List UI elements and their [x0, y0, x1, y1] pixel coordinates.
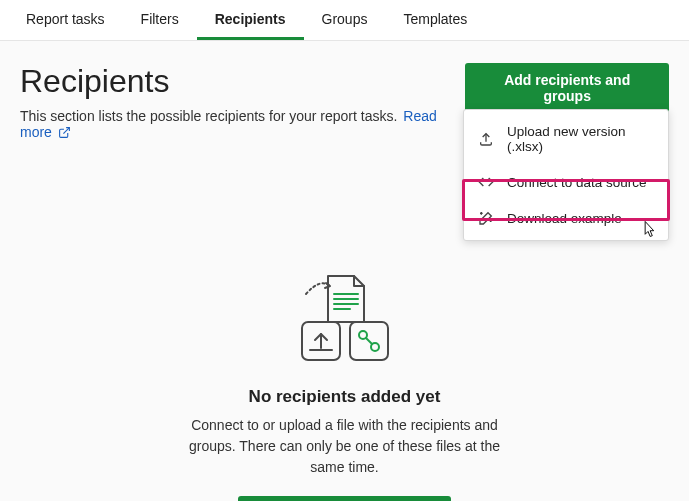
page-subtitle: This section lists the possible recipien…: [20, 108, 465, 140]
upload-icon: [478, 131, 494, 147]
menu-connect-data-source[interactable]: Connect to data source: [464, 164, 668, 200]
tab-recipients[interactable]: Recipients: [197, 0, 304, 40]
page-body: Recipients This section lists the possib…: [0, 41, 689, 501]
tab-bar: Report tasks Filters Recipients Groups T…: [0, 0, 689, 41]
add-recipients-button[interactable]: Add recipients and groups: [465, 63, 669, 113]
tab-templates[interactable]: Templates: [385, 0, 485, 40]
empty-text: Connect to or upload a file with the rec…: [175, 415, 515, 478]
empty-title: No recipients added yet: [20, 387, 669, 407]
wand-icon: [478, 210, 494, 226]
cursor-icon: [639, 220, 657, 240]
menu-label: Download example: [507, 211, 622, 226]
menu-label: Upload new version (.xlsx): [507, 124, 654, 154]
empty-state: No recipients added yet Connect to or up…: [20, 270, 669, 501]
add-dropdown: Upload new version (.xlsx) Connect to da…: [463, 109, 669, 241]
empty-illustration: [280, 270, 410, 370]
add-recipients-button-bottom[interactable]: Add recipients and groups: [238, 496, 451, 501]
external-link-icon: [58, 126, 71, 139]
tab-filters[interactable]: Filters: [123, 0, 197, 40]
page-title: Recipients: [20, 63, 465, 100]
menu-download-example[interactable]: Download example: [464, 200, 668, 236]
svg-line-10: [366, 338, 372, 344]
svg-line-0: [63, 128, 69, 134]
menu-label: Connect to data source: [507, 175, 647, 190]
tab-groups[interactable]: Groups: [304, 0, 386, 40]
menu-upload-new-version[interactable]: Upload new version (.xlsx): [464, 114, 668, 164]
tab-report-tasks[interactable]: Report tasks: [8, 0, 123, 40]
code-icon: [478, 174, 494, 190]
